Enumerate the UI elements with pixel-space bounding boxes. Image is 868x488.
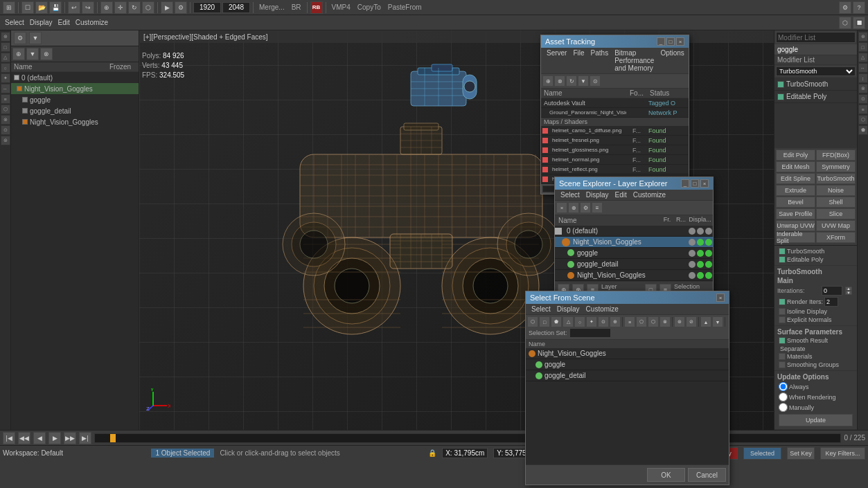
- ffd-box-btn[interactable]: FFD(Box): [816, 150, 856, 161]
- sfs-tb-5[interactable]: ○: [574, 316, 585, 327]
- render-height[interactable]: 2048: [222, 2, 250, 13]
- ts-iter-input[interactable]: [822, 286, 842, 296]
- at-menu-file[interactable]: File: [570, 48, 587, 73]
- sfs-tb-4[interactable]: △: [563, 316, 574, 327]
- settings-btn[interactable]: ⚙: [839, 1, 851, 14]
- sfs-tb-7[interactable]: ⊙: [598, 316, 609, 327]
- smoothing-groups-check[interactable]: [779, 361, 786, 368]
- at-minimize-btn[interactable]: _: [657, 37, 665, 46]
- modifier-search-input[interactable]: [776, 32, 856, 43]
- rp-btn3[interactable]: △: [858, 53, 868, 62]
- sfs-tb-15[interactable]: ▲: [700, 316, 711, 327]
- sfs-title-bar[interactable]: Select From Scene ×: [526, 291, 729, 304]
- sfs-menu-display[interactable]: Display: [554, 305, 583, 314]
- sp-btn2[interactable]: ▼: [26, 48, 39, 60]
- editablepoly-checkbox[interactable]: [779, 256, 786, 263]
- at-title-bar[interactable]: Asset Tracking _ □ ×: [541, 35, 689, 48]
- at-maximize-btn[interactable]: □: [666, 37, 675, 46]
- when-rendering-radio[interactable]: [779, 392, 788, 401]
- timeline-btn6[interactable]: ▶|: [79, 432, 91, 444]
- edit-menu[interactable]: Edit: [56, 19, 72, 26]
- inderable-split-btn[interactable]: Inderable Split: [776, 232, 815, 243]
- sfs-tb-11[interactable]: ⬡: [648, 316, 659, 327]
- update-btn[interactable]: Update: [779, 414, 853, 426]
- sfs-tb-10[interactable]: ⬠: [636, 316, 647, 327]
- rotate-btn[interactable]: ↻: [128, 1, 141, 14]
- undo-btn[interactable]: ↩: [68, 1, 80, 14]
- se-row-2[interactable]: goggle: [555, 248, 713, 259]
- rp-btn6[interactable]: ⊗: [858, 84, 868, 93]
- se-row-1[interactable]: Night_Vision_Goggles: [555, 237, 713, 248]
- sfs-tb-8[interactable]: ⊕: [610, 316, 621, 327]
- at-tb-4[interactable]: ▼: [578, 75, 589, 87]
- list-item[interactable]: goggle: [11, 94, 139, 105]
- se-tb-3[interactable]: ⚙: [580, 202, 591, 213]
- sfs-tb-14[interactable]: ⊘: [686, 316, 697, 327]
- sfs-tb-12[interactable]: ⊗: [659, 316, 671, 327]
- move-btn[interactable]: ✛: [114, 1, 127, 14]
- sfs-ok-btn[interactable]: OK: [647, 468, 685, 482]
- select-menu[interactable]: Select: [3, 19, 26, 26]
- se-tb-1[interactable]: ×: [556, 202, 567, 213]
- at-row-0[interactable]: Autodesk Vault Tagged O: [541, 98, 689, 108]
- at-row-5[interactable]: helmet_glossiness.png F... Found: [541, 145, 689, 155]
- modifier-dropdown[interactable]: TurboSmooth Editable Poly: [776, 66, 856, 76]
- rp-btn9[interactable]: ⬡: [858, 115, 868, 125]
- at-menu-server[interactable]: Server: [544, 48, 569, 73]
- se-row-0[interactable]: 0 (default): [555, 226, 713, 237]
- always-radio[interactable]: [779, 382, 788, 391]
- rp-btn4[interactable]: ↔: [858, 63, 868, 73]
- timeline-btn2[interactable]: ◀◀: [18, 432, 30, 444]
- turbosmooth-checkbox[interactable]: [779, 248, 786, 255]
- sfs-row-1[interactable]: goggle: [526, 359, 729, 370]
- list-item[interactable]: 0 (default): [11, 72, 139, 83]
- materials-check[interactable]: [779, 353, 786, 360]
- new-btn[interactable]: ☐: [21, 1, 34, 14]
- sfs-tb-16[interactable]: ▼: [712, 316, 723, 327]
- rp-btn8[interactable]: ≡: [858, 105, 868, 114]
- sfs-row-2[interactable]: goggle_detail: [526, 370, 729, 381]
- sfs-tb-9[interactable]: ≡: [624, 316, 635, 327]
- scale-btn[interactable]: ⬡: [142, 1, 154, 14]
- symmetry-btn[interactable]: Symmetry: [816, 161, 856, 172]
- sfs-menu-select[interactable]: Select: [529, 305, 553, 314]
- rp-btn5[interactable]: ↕: [858, 73, 868, 83]
- snap-btn[interactable]: 🔲: [853, 17, 865, 29]
- render-iters-input[interactable]: [824, 297, 838, 307]
- help-btn[interactable]: ?: [853, 1, 865, 14]
- at-menu-paths[interactable]: Paths: [588, 48, 612, 73]
- left-tool-5[interactable]: ✦: [1, 73, 10, 83]
- scene-settings-btn[interactable]: ⚙: [14, 32, 26, 44]
- manually-radio[interactable]: [779, 403, 788, 412]
- at-tb-1[interactable]: ⊕: [542, 75, 553, 87]
- sp-btn3[interactable]: ⊗: [40, 48, 53, 60]
- rp-btn7[interactable]: ⊙: [858, 94, 868, 104]
- sfs-tb-2[interactable]: □: [539, 316, 550, 327]
- sfs-tb-3[interactable]: ⬟: [551, 316, 562, 327]
- se-maximize-btn[interactable]: □: [691, 179, 699, 188]
- isoline-check[interactable]: [779, 308, 786, 315]
- timeline-btn5[interactable]: ▶▶: [64, 432, 76, 444]
- at-row-4[interactable]: helmet_fresnel.png F... Found: [541, 136, 689, 145]
- left-tool-10[interactable]: ⊙: [1, 125, 10, 135]
- se-menu-customize[interactable]: Customize: [630, 190, 668, 199]
- se-menu-edit[interactable]: Edit: [612, 190, 630, 199]
- shell-btn[interactable]: Shell: [816, 197, 856, 208]
- sfs-row-0[interactable]: Night_Vision_Goggles: [526, 348, 729, 359]
- se-title-bar[interactable]: Scene Explorer - Layer Explorer _ □ ×: [555, 177, 713, 190]
- uvw-map-btn[interactable]: UVW Map: [816, 220, 856, 231]
- at-row-1[interactable]: Ground_Panoramic_Night_Vision_Go... Netw…: [541, 108, 689, 118]
- sfs-menu-customize[interactable]: Customize: [583, 305, 621, 314]
- left-tool-4[interactable]: ○: [1, 63, 10, 73]
- render-btn[interactable]: ▶: [161, 1, 173, 14]
- save-profile-btn[interactable]: Save Profile: [776, 208, 815, 219]
- se-row-3[interactable]: goggle_detail: [555, 259, 713, 270]
- extrude-btn[interactable]: Extrude: [776, 185, 815, 196]
- rp-btn10[interactable]: ⬟: [858, 125, 868, 135]
- edit-mesh-btn[interactable]: Edit Mesh: [776, 161, 815, 172]
- at-menu-options[interactable]: Options: [657, 48, 687, 73]
- se-row-4[interactable]: Night_Vision_Goggles: [555, 270, 713, 281]
- sfs-tb-13[interactable]: ⊛: [674, 316, 685, 327]
- scene-filter-btn[interactable]: ▼: [29, 32, 42, 44]
- timeline-btn4[interactable]: ▶: [48, 432, 61, 444]
